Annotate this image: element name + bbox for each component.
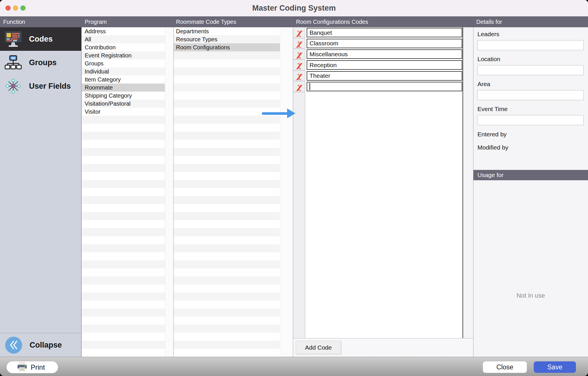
code-input[interactable] bbox=[307, 39, 462, 48]
code-input[interactable] bbox=[307, 49, 462, 59]
codes-footer-strip: Add Code bbox=[293, 338, 473, 357]
code-type-list-item[interactable]: Room Configurations bbox=[174, 43, 280, 51]
program-scrollbar-track[interactable] bbox=[165, 27, 173, 357]
program-list-item[interactable]: Item Category bbox=[82, 75, 165, 84]
usage-status-text: Not in use bbox=[473, 292, 588, 299]
code-row bbox=[305, 27, 463, 38]
sidebar-item-label: Codes bbox=[29, 35, 53, 44]
new-code-input[interactable] bbox=[307, 82, 462, 91]
details-event-time-input[interactable] bbox=[477, 115, 584, 125]
details-location-input[interactable] bbox=[477, 65, 584, 75]
code-row bbox=[305, 60, 463, 71]
code-input[interactable] bbox=[307, 28, 462, 37]
code-types-scrollbar-track[interactable] bbox=[280, 27, 293, 357]
program-list-item[interactable]: Individual bbox=[82, 67, 165, 75]
red-x-delete-icon[interactable]: χ bbox=[293, 81, 305, 92]
program-list-item[interactable]: Groups bbox=[82, 59, 165, 67]
program-list-item[interactable]: Shipping Category bbox=[82, 92, 165, 100]
codes-list-area: χχχχχχ bbox=[293, 27, 473, 338]
codes-scrollbar-track[interactable] bbox=[463, 27, 473, 338]
red-x-delete-icon[interactable]: χ bbox=[293, 60, 305, 71]
red-x-glyph: χ bbox=[296, 28, 301, 36]
collapse-sidebar-button[interactable]: Collapse bbox=[0, 333, 81, 357]
master-coding-system-window: Master Coding System Function Program Ro… bbox=[0, 0, 588, 376]
code-type-list-item[interactable]: Departments bbox=[174, 27, 280, 35]
column-headers-bar: Function Program Roommate Code Types Roo… bbox=[0, 16, 588, 27]
function-column-header: Function bbox=[3, 16, 25, 27]
details-fields: LeadersLocationAreaEvent Time bbox=[473, 31, 588, 125]
red-x-delete-icon[interactable]: χ bbox=[293, 27, 305, 38]
entered-by-label: Entered by bbox=[477, 130, 515, 138]
hub-spoke-icon bbox=[4, 78, 23, 94]
program-list-item[interactable]: Visitation/Pastoral bbox=[82, 100, 165, 108]
red-x-glyph: χ bbox=[296, 61, 301, 69]
details-field-label: Area bbox=[477, 81, 584, 88]
details-area-input[interactable] bbox=[477, 90, 584, 100]
usage-for-header: Usage for bbox=[473, 170, 588, 180]
codes-rows bbox=[305, 27, 463, 338]
code-types-column-header: Roommate Code Types bbox=[176, 16, 236, 27]
room-configuration-codes-panel: χχχχχχ Add Code bbox=[293, 27, 473, 357]
program-list-item[interactable]: All bbox=[82, 35, 165, 43]
code-row bbox=[305, 71, 463, 82]
codes-column-header: Room Configurations Codes bbox=[296, 16, 368, 27]
main-content: Codes Groups bbox=[0, 27, 588, 357]
print-label: Print bbox=[31, 363, 45, 371]
code-row bbox=[305, 38, 463, 49]
close-button[interactable]: Close bbox=[483, 361, 527, 373]
sidebar-item-label: User Fields bbox=[29, 82, 71, 91]
red-x-glyph: χ bbox=[296, 72, 301, 80]
delete-icons-gutter: χχχχχχ bbox=[293, 27, 305, 338]
red-x-glyph: χ bbox=[296, 83, 301, 91]
add-code-button[interactable]: Add Code bbox=[296, 341, 341, 354]
bottom-toolbar: Print Close Save bbox=[0, 357, 588, 376]
program-column-header: Program bbox=[85, 16, 107, 27]
print-button[interactable]: Print bbox=[7, 361, 58, 373]
window-title: Master Coding System bbox=[0, 0, 588, 16]
program-list-item[interactable]: Visitor bbox=[82, 108, 165, 116]
details-field-label: Location bbox=[477, 56, 584, 63]
function-sidebar: Codes Groups bbox=[0, 27, 82, 357]
program-list-item[interactable]: Contribution bbox=[82, 43, 165, 51]
details-field-label: Leaders bbox=[477, 31, 584, 38]
sidebar-item-user-fields[interactable]: User Fields bbox=[0, 74, 81, 98]
code-input[interactable] bbox=[307, 60, 462, 70]
sidebar-item-groups[interactable]: Groups bbox=[0, 51, 81, 74]
window-titlebar: Master Coding System bbox=[0, 0, 588, 16]
printer-icon bbox=[17, 362, 27, 373]
sidebar-item-label: Groups bbox=[29, 58, 57, 67]
code-input[interactable] bbox=[307, 71, 462, 81]
modified-by-label: Modified by bbox=[477, 144, 515, 152]
red-x-glyph: χ bbox=[296, 39, 301, 47]
red-x-delete-icon[interactable]: χ bbox=[293, 38, 305, 49]
red-x-delete-icon[interactable]: χ bbox=[293, 49, 305, 60]
code-row bbox=[305, 49, 463, 60]
sidebar-item-codes[interactable]: Codes bbox=[0, 27, 81, 51]
double-chevron-left-icon bbox=[5, 337, 22, 354]
save-button[interactable]: Save bbox=[534, 361, 576, 373]
details-column-header: Details for bbox=[476, 16, 502, 27]
details-field-label: Event Time bbox=[477, 106, 584, 113]
details-leaders-input[interactable] bbox=[477, 40, 584, 50]
org-chart-icon bbox=[4, 55, 23, 70]
details-panel: LeadersLocationAreaEvent Time Entered by… bbox=[473, 27, 588, 357]
collapse-label: Collapse bbox=[30, 341, 62, 350]
program-list-item[interactable]: Roommate bbox=[82, 84, 165, 92]
text-caret bbox=[310, 83, 310, 90]
code-types-list: DepartmentsResource TypesRoom Configurat… bbox=[174, 27, 280, 357]
red-x-glyph: χ bbox=[296, 50, 301, 58]
code-type-list-item[interactable]: Resource Types bbox=[174, 35, 280, 43]
program-list-item[interactable]: Event Registration bbox=[82, 51, 165, 59]
new-code-row bbox=[305, 81, 463, 92]
monitor-code-icon bbox=[4, 31, 23, 47]
program-list-item[interactable]: Address bbox=[82, 27, 165, 35]
program-list: AddressAllContributionEvent Registration… bbox=[82, 27, 165, 357]
red-x-delete-icon[interactable]: χ bbox=[293, 71, 305, 82]
